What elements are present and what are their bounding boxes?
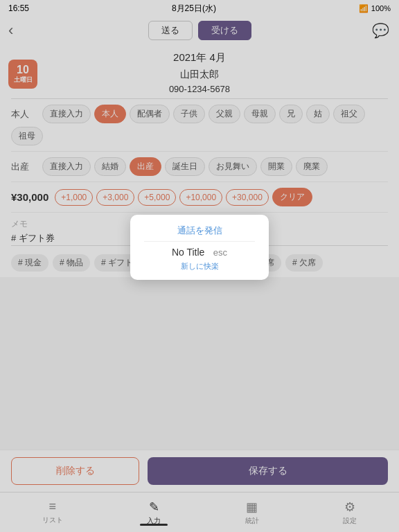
popup-no-title: No Title <box>172 247 204 258</box>
popup-esc[interactable]: esc <box>213 247 227 258</box>
popup-call-row: 通話を発信 <box>144 224 255 237</box>
popup-content-row: No Title esc <box>144 246 255 258</box>
popup-sub: 新しに快楽 <box>144 261 255 272</box>
popup-call-label[interactable]: 通話を発信 <box>177 224 222 237</box>
popup-divider <box>144 241 255 242</box>
phone-popup: 通話を発信 No Title esc 新しに快楽 <box>130 215 269 280</box>
